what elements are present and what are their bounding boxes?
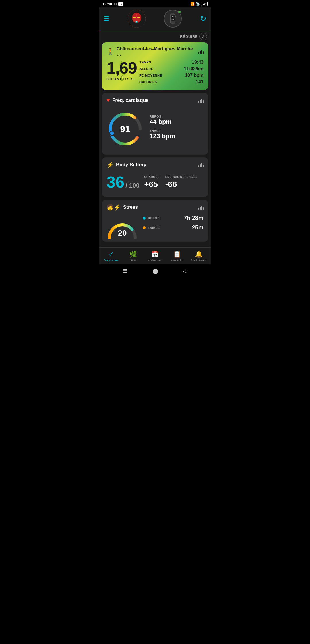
stat-label-temps: TEMPS bbox=[140, 61, 151, 64]
nav-flux[interactable]: 📋 Flux actu. bbox=[166, 251, 188, 262]
body-battery-content: 36 / 100 CHARGÉE +65 ÉNERGIE DÉPENSÉE -6… bbox=[106, 172, 204, 193]
heart-rate-card[interactable]: ♥ Fréq. cardiaque bbox=[102, 93, 208, 155]
stress-card[interactable]: 🧑‍⚡ Stress bbox=[102, 200, 208, 242]
stat-label-fc: FC MOYENNE bbox=[140, 74, 162, 77]
svg-point-6 bbox=[136, 21, 137, 22]
bb-spent-label: ÉNERGIE DÉPENSÉE bbox=[165, 175, 197, 179]
reduce-button[interactable]: RÉDUIRE ∧ bbox=[180, 33, 207, 40]
svg-rect-7 bbox=[136, 14, 137, 17]
stress-icon: 🧑‍⚡ bbox=[106, 204, 121, 211]
stat-label-calories: CALORIES bbox=[140, 80, 157, 84]
svg-rect-4 bbox=[137, 17, 140, 18]
nav-notifications[interactable]: 🔔 Notifications bbox=[188, 251, 210, 262]
bb-chart-icon[interactable] bbox=[198, 162, 204, 167]
svg-rect-12 bbox=[170, 16, 171, 17]
stress-chart-icon[interactable] bbox=[198, 205, 204, 210]
heart-rate-gauge: 91 bbox=[106, 110, 144, 148]
stat-value-temps: 19:43 bbox=[192, 60, 204, 65]
svg-rect-14 bbox=[171, 13, 174, 15]
svg-point-16 bbox=[121, 79, 123, 81]
activity-chart-icon[interactable] bbox=[198, 49, 204, 54]
nav-ma-journee-label: Ma journée bbox=[104, 259, 118, 262]
stress-title: Stress bbox=[123, 204, 138, 210]
stress-repos-value: 7h 28m bbox=[184, 215, 204, 221]
status-bar: 13:40 ⊞ B 📶 📡 78 bbox=[99, 0, 211, 7]
nav-flux-label: Flux actu. bbox=[171, 259, 183, 262]
svg-point-19 bbox=[110, 131, 114, 136]
nav-notifications-label: Notifications bbox=[191, 259, 207, 262]
activity-stats: TEMPS 19:43 ALLURE 11:42/km FC MOYENNE 1… bbox=[140, 60, 204, 86]
route-map bbox=[111, 58, 133, 81]
nav-calendar-icon: 📅 bbox=[151, 251, 159, 258]
hr-haut-value: 123 bpm bbox=[150, 132, 204, 140]
svg-rect-15 bbox=[171, 23, 174, 24]
nav-flux-icon: 📋 bbox=[173, 251, 181, 258]
signal-icon: 📶 bbox=[190, 2, 195, 6]
bb-spent-value: -66 bbox=[165, 180, 197, 189]
wifi-icon: 📡 bbox=[196, 2, 200, 6]
nav-defis-icon: 🌿 bbox=[129, 251, 137, 258]
bb-max-value: / 100 bbox=[125, 182, 140, 189]
stress-stats: REPOS 7h 28m FAIBLE 25m bbox=[143, 215, 204, 234]
stress-gauge: 20 bbox=[106, 215, 138, 238]
hr-stats: REPOS 44 bpm +HAUT 123 bpm bbox=[150, 115, 204, 143]
avatar-image bbox=[128, 10, 146, 28]
bb-charged-value: +65 bbox=[144, 180, 160, 189]
android-nav-bar: ☰ ⬤ ◁ bbox=[99, 264, 211, 278]
reduce-bar: RÉDUIRE ∧ bbox=[99, 30, 211, 42]
refresh-button[interactable]: ↻ bbox=[200, 14, 206, 23]
nav-ma-journee[interactable]: ✓ Ma journée bbox=[100, 251, 122, 262]
hr-current-value: 91 bbox=[120, 124, 130, 134]
body-battery-title: Body Battery bbox=[116, 162, 146, 168]
bottom-nav: ✓ Ma journée 🌿 Défis 📅 Calendrier 📋 Flux… bbox=[99, 247, 211, 264]
android-menu-icon[interactable]: ☰ bbox=[123, 268, 127, 274]
stat-value-calories: 141 bbox=[196, 79, 204, 85]
hr-repos-label: REPOS bbox=[150, 115, 204, 118]
nav-defis-label: Défis bbox=[130, 259, 136, 262]
hr-chart-icon[interactable] bbox=[198, 98, 204, 103]
bb-stats: CHARGÉE +65 ÉNERGIE DÉPENSÉE -66 bbox=[144, 175, 204, 189]
top-nav: ☰ 10 110 bbox=[99, 7, 211, 30]
android-home-icon[interactable]: ⬤ bbox=[152, 268, 158, 274]
b-icon: B bbox=[118, 2, 123, 6]
stress-current-value: 20 bbox=[118, 229, 127, 238]
nav-defis[interactable]: 🌿 Défis bbox=[122, 251, 144, 262]
hr-repos-value: 44 bpm bbox=[150, 118, 204, 126]
menu-button[interactable]: ☰ bbox=[104, 15, 109, 22]
battery-indicator: 78 bbox=[201, 2, 208, 6]
android-back-icon[interactable]: ◁ bbox=[183, 268, 187, 274]
stat-label-allure: ALLURE bbox=[140, 67, 153, 71]
reduce-label: RÉDUIRE bbox=[180, 34, 198, 39]
bb-charged-label: CHARGÉE bbox=[144, 175, 160, 179]
body-battery-card[interactable]: ⚡ Body Battery 36 / 100 CHARGÉE +65 bbox=[102, 157, 208, 197]
stat-value-allure: 11:42/km bbox=[184, 66, 204, 71]
chevron-up-icon: ∧ bbox=[199, 33, 207, 40]
qr-icon: ⊞ bbox=[114, 2, 117, 6]
activity-card[interactable]: 🚶 Châteauneuf-les-Martigues Marche … 1,6… bbox=[102, 42, 208, 90]
svg-rect-3 bbox=[133, 17, 136, 18]
stress-repos-label: REPOS bbox=[148, 216, 181, 220]
nav-calendrier-label: Calendrier bbox=[148, 259, 162, 262]
stress-content: 20 REPOS 7h 28m FAIBLE 25m bbox=[106, 215, 204, 238]
nav-calendrier[interactable]: 📅 Calendrier bbox=[144, 251, 166, 262]
stress-faible-value: 25m bbox=[192, 224, 204, 231]
watch-device[interactable]: 10 110 bbox=[164, 10, 182, 28]
stat-value-fc: 107 bpm bbox=[185, 73, 204, 78]
svg-text:110: 110 bbox=[172, 18, 174, 20]
walk-icon: 🚶 bbox=[106, 48, 114, 55]
nav-notif-icon: 🔔 bbox=[195, 251, 203, 258]
bb-current-value: 36 bbox=[106, 174, 124, 190]
svg-text:10: 10 bbox=[172, 16, 174, 18]
svg-rect-13 bbox=[175, 16, 176, 17]
faible-dot bbox=[143, 226, 146, 229]
heart-rate-title: Fréq. cardiaque bbox=[112, 97, 149, 103]
nav-check-icon: ✓ bbox=[108, 251, 114, 258]
connection-indicator bbox=[178, 10, 181, 14]
activity-title: Châteauneuf-les-Martigues Marche … bbox=[117, 46, 198, 57]
user-avatar[interactable] bbox=[128, 10, 146, 28]
body-battery-icon: ⚡ bbox=[106, 161, 114, 168]
status-time: 13:40 bbox=[102, 2, 112, 6]
hr-haut-label: +HAUT bbox=[150, 129, 204, 132]
stress-faible-label: FAIBLE bbox=[148, 226, 190, 229]
main-content: 🚶 Châteauneuf-les-Martigues Marche … 1,6… bbox=[99, 42, 211, 247]
